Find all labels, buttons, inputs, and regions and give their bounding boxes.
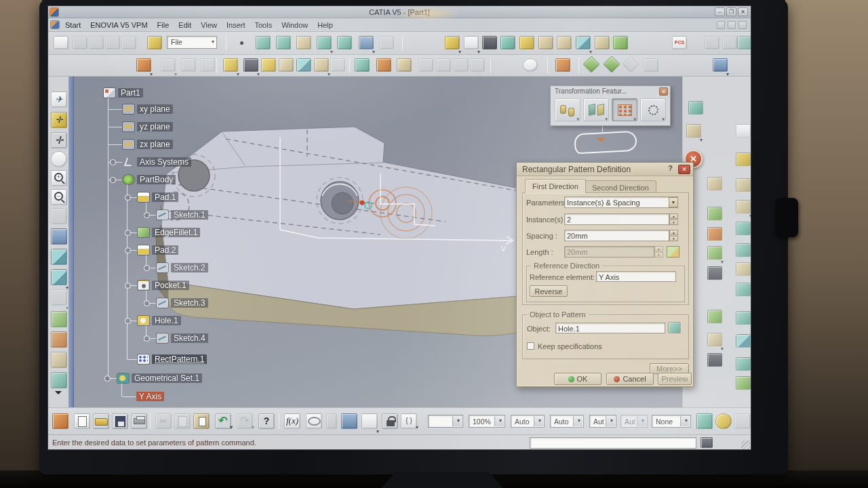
reverse-button[interactable]: Reverse [530, 285, 568, 297]
tree-item-zx-plane[interactable]: zx plane [123, 138, 173, 150]
spline-tool-icon[interactable] [256, 36, 271, 49]
disabled-axis-icon[interactable] [622, 56, 639, 73]
pad-icon[interactable] [223, 58, 238, 72]
catalog-icon[interactable] [51, 311, 67, 327]
close-button[interactable]: ✕ [738, 7, 748, 16]
zoom-pencil-icon[interactable] [734, 413, 751, 429]
spacing-input[interactable]: 20mm [564, 230, 669, 241]
hole-tool-icon[interactable] [707, 227, 722, 241]
shaft-tool-icon[interactable] [707, 207, 722, 220]
stiffener-icon[interactable] [557, 36, 572, 49]
chamfer-tool-icon[interactable] [736, 283, 751, 296]
menu-file[interactable]: File [153, 21, 174, 29]
open-icon[interactable] [93, 413, 109, 429]
pad-tool-icon[interactable] [736, 152, 751, 166]
tree-item-xy-plane[interactable]: xy plane [123, 103, 173, 115]
layers-icon[interactable] [713, 58, 728, 72]
draft-icon[interactable] [595, 36, 610, 49]
extrude-tool-icon[interactable] [296, 36, 311, 49]
translation-button[interactable] [555, 98, 580, 121]
measure-item-icon[interactable] [376, 58, 391, 72]
redo-icon[interactable]: ↷ [237, 413, 253, 429]
power-input-field[interactable] [530, 437, 696, 449]
knowledge-icon[interactable]: { } [401, 413, 417, 429]
tree-item-y-axis[interactable]: Y Axis [136, 390, 164, 403]
disabled-icon[interactable] [161, 58, 176, 72]
power-input-icon[interactable] [701, 437, 713, 448]
multi-section-icon[interactable] [707, 266, 722, 280]
axis-system-icon[interactable] [603, 56, 620, 73]
fillet-tool-icon[interactable] [736, 262, 751, 276]
tree-item-sketch4[interactable]: Sketch.4 [157, 332, 208, 344]
object-browser-icon[interactable] [361, 413, 378, 429]
measure-icon[interactable] [667, 246, 679, 258]
thread-tool-icon[interactable] [736, 334, 751, 348]
menu-insert[interactable]: Insert [222, 21, 250, 29]
ok-button[interactable]: OK [554, 373, 601, 385]
tree-item-hole1[interactable]: Hole.1 [138, 314, 181, 327]
shading-mode-icon[interactable] [51, 269, 67, 285]
scaling-button[interactable] [640, 98, 666, 121]
disabled-icon[interactable] [89, 36, 104, 49]
menu-edit[interactable]: Edit [174, 21, 196, 29]
dressup-tool-icon[interactable] [686, 124, 701, 138]
open-folder-icon[interactable] [147, 36, 162, 49]
lock-icon[interactable] [382, 413, 398, 429]
thickness-tool-icon[interactable] [707, 333, 722, 346]
local-axis-icon[interactable] [583, 56, 599, 73]
zoom-in-icon[interactable]: + [51, 170, 67, 186]
whats-this-icon[interactable]: ? [258, 413, 275, 429]
save-icon[interactable] [112, 413, 128, 429]
tree-item-pad1[interactable]: Pad.1 [138, 191, 178, 203]
zoom-out-icon[interactable]: – [51, 189, 67, 205]
sketch-with-pencil-icon[interactable] [736, 124, 751, 138]
menu-enovia[interactable]: ENOVIA V5 VPM [85, 21, 152, 29]
slot-pair-icon[interactable] [243, 58, 258, 72]
team-icon[interactable] [136, 58, 151, 72]
fly-mode-icon[interactable]: ✈ [51, 92, 67, 108]
hide-show-icon[interactable] [51, 289, 67, 306]
tree-item-partbody[interactable]: PartBody [123, 174, 176, 186]
remove-face-icon[interactable] [707, 353, 722, 367]
point-tool-icon[interactable] [240, 41, 243, 45]
auto-combo-1[interactable]: Auto [511, 415, 545, 428]
dialog-titlebar[interactable]: Rectangular Pattern Definition ? ✕ [517, 163, 693, 176]
preview-button[interactable]: Preview [658, 373, 692, 385]
spacing-spinner[interactable]: ▲▼ [669, 230, 678, 241]
tree-item-sketch1[interactable]: Sketch.1 [157, 209, 208, 221]
inertia-icon[interactable] [397, 58, 412, 72]
toolbar-overflow-arrow[interactable] [55, 391, 62, 398]
disabled-icon[interactable] [418, 58, 433, 72]
sketcher-tool-icon[interactable] [688, 101, 703, 115]
slot-icon[interactable] [482, 36, 497, 49]
boolean-tool-icon[interactable] [736, 376, 751, 390]
draft-tool-icon[interactable] [707, 310, 722, 323]
disabled-icon[interactable] [454, 58, 469, 72]
parameters-dropdown-arrow[interactable]: ▼ [669, 197, 678, 207]
file-type-combo[interactable]: File [167, 36, 217, 49]
tree-item-yz-plane[interactable]: yz plane [123, 121, 173, 133]
normal-view-icon[interactable] [51, 208, 67, 224]
cancel-button[interactable]: Cancel [606, 373, 654, 385]
disabled-icon[interactable] [722, 36, 737, 49]
parameters-select[interactable]: Instance(s) & Spacing [564, 197, 678, 208]
sheet-edit-icon[interactable] [54, 36, 68, 49]
surface-tool-icon[interactable] [276, 36, 291, 49]
render-icon[interactable] [51, 352, 67, 368]
disabled-small-icon[interactable] [326, 413, 337, 429]
multi-body-icon[interactable] [576, 36, 591, 49]
design-table-icon[interactable] [341, 413, 357, 429]
groove-tool-icon[interactable] [736, 200, 751, 214]
paint-icon[interactable] [696, 413, 713, 429]
resize-grip[interactable] [741, 441, 750, 449]
keep-specifications-checkbox[interactable] [527, 342, 534, 350]
pan-icon[interactable]: ✛ [51, 132, 67, 148]
pad-icon[interactable] [445, 36, 460, 49]
window-tool-icon[interactable] [737, 36, 751, 49]
disabled-icon[interactable] [121, 36, 136, 49]
tree-item-pad2[interactable]: Pad.2 [138, 244, 178, 256]
minimize-button[interactable]: – [715, 7, 725, 16]
thickness-icon[interactable] [613, 36, 628, 49]
mirror-button[interactable] [583, 98, 609, 121]
iso-view-icon[interactable] [51, 249, 67, 265]
